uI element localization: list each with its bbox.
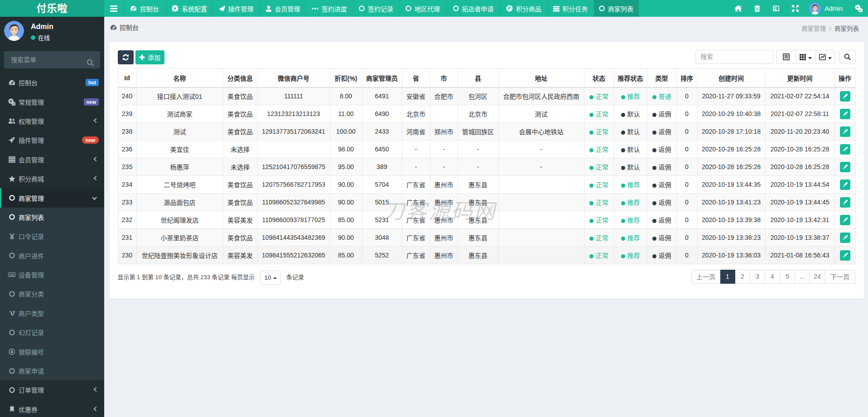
svg-text:P: P xyxy=(508,5,511,11)
svg-text:AD: AD xyxy=(10,273,14,276)
svg-text:Q: Q xyxy=(774,6,776,10)
